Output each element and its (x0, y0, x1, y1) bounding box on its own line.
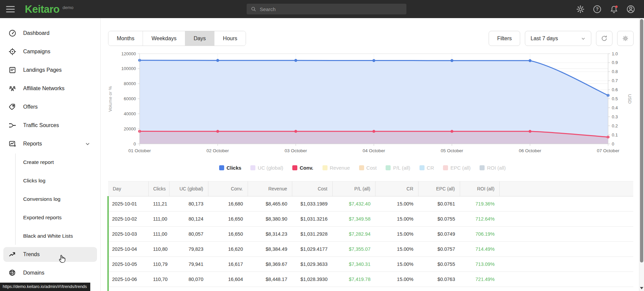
column-header-revenue[interactable]: Revenue (248, 181, 292, 196)
sidebar-item-trends[interactable]: Trends (3, 247, 97, 262)
cell-cost: $1,031.3216 (292, 212, 332, 227)
cell-conv: 16,650 (208, 212, 248, 227)
sidebar-item-conversions-log[interactable]: Conversions log (3, 192, 97, 207)
refresh-button[interactable] (596, 31, 612, 46)
tab-days[interactable]: Days (185, 31, 214, 46)
cell-epc-all: $0.0755 (418, 257, 460, 272)
cell-cost: $1,033.1989 (292, 196, 332, 212)
status-url-tooltip: https://demo.keitaro.io/admin/#!/trends/… (0, 283, 90, 291)
column-header-roi-all[interactable]: ROI (all) (460, 181, 499, 196)
column-header-cost[interactable]: Cost (292, 181, 332, 196)
tab-months[interactable]: Months (108, 31, 143, 46)
sidebar-item-clicks-log[interactable]: Clicks log (3, 173, 97, 188)
cell-filler (499, 272, 633, 287)
main-content: MonthsWeekdaysDaysHours Filters Last 7 d… (101, 18, 644, 291)
cell-clicks: 110,80 (148, 242, 169, 257)
cell-uc-global: 80,070 (169, 272, 208, 287)
refresh-icon (601, 35, 608, 42)
svg-text:0: 0 (612, 141, 614, 147)
cell-conv: 16,604 (208, 272, 248, 287)
hamburger-menu-icon[interactable] (6, 6, 21, 12)
help-icon[interactable]: ? (593, 5, 602, 14)
tab-hours[interactable]: Hours (214, 31, 246, 46)
date-range-select[interactable]: Last 7 days (525, 31, 591, 46)
filters-button[interactable]: Filters (489, 31, 520, 46)
chart-settings-button[interactable] (617, 31, 634, 46)
cell-cost: $527.0393 (292, 287, 332, 291)
cell-epc-all: $0.0746 (418, 287, 460, 291)
sidebar-item-label: Create report (23, 159, 54, 165)
sidebar-item-exported-reports[interactable]: Exported reports (3, 210, 97, 225)
legend-swatch (219, 165, 224, 170)
trends-table: DayClicksUC (global)Conv.RevenueCostP/L … (107, 181, 633, 291)
cell-clicks: 111,00 (148, 212, 169, 227)
column-header-uc-global[interactable]: UC (global) (169, 181, 208, 196)
cell-revenue: $4,808.04 (248, 287, 292, 291)
scrollbar-thumb[interactable] (640, 19, 643, 263)
cell-cr: 15.00% (375, 272, 418, 287)
legend-item-cost[interactable]: Cost (359, 165, 377, 171)
svg-text:100000: 100000 (121, 66, 136, 71)
cell-uc-global: 79,823 (169, 242, 208, 257)
column-header-conv[interactable]: Conv. (208, 181, 248, 196)
sidebar-item-affiliate-networks[interactable]: Affiliate Networks (3, 81, 97, 96)
cell-epc-all: $0.0757 (418, 242, 460, 257)
scrollbar-down-arrow-icon[interactable] (640, 287, 643, 289)
search-input[interactable] (260, 6, 402, 12)
dashboard-icon (8, 29, 16, 37)
cell-p-l-all: $4,281.01 (332, 287, 375, 291)
domains-icon (8, 269, 16, 277)
account-icon[interactable] (626, 5, 635, 14)
column-header-epc-all[interactable]: EPC (all) (418, 181, 460, 196)
svg-text:0.4: 0.4 (612, 105, 618, 110)
legend-item-clicks[interactable]: Clicks (219, 165, 241, 171)
sidebar-item-offers[interactable]: $Offers (3, 100, 97, 114)
legend-item-cr[interactable]: CR (419, 165, 434, 171)
sidebar-item-traffic-sources[interactable]: Traffic Sources (3, 118, 97, 133)
sidebar-item-campaigns[interactable]: Campaigns (3, 44, 97, 59)
legend-item-revenue[interactable]: Revenue (323, 165, 350, 171)
sidebar-item-landings-pages[interactable]: Landings Pages (3, 63, 97, 77)
cell-filler (499, 227, 633, 242)
chart-legend: ClicksUC (global)Conv.RevenueCostP/L (al… (101, 165, 624, 171)
legend-item-p-l-all[interactable]: P/L (all) (386, 165, 410, 171)
sidebar-item-create-report[interactable]: Create report (3, 155, 97, 170)
settings-icon[interactable] (576, 5, 585, 14)
sidebar-item-dashboard[interactable]: Dashboard (3, 26, 97, 41)
notifications-icon[interactable] (609, 5, 618, 14)
column-header-clicks[interactable]: Clicks (148, 181, 169, 196)
brand-logo[interactable]: Keitaro (25, 4, 59, 14)
page-scrollbar[interactable] (639, 18, 644, 291)
svg-text:05 October: 05 October (441, 148, 463, 153)
sidebar-item-black-and-white-lists[interactable]: Black and White Lists (3, 229, 97, 243)
cell-filler (499, 242, 633, 257)
cell-conv: 16,680 (208, 196, 248, 212)
legend-swatch (292, 165, 297, 170)
cell-cr: 15.00% (375, 242, 418, 257)
column-header-p-l-all[interactable]: P/L (all) (332, 181, 375, 196)
svg-text:0.8: 0.8 (612, 69, 618, 74)
cell-uc-global: 80,173 (169, 196, 208, 212)
cell-day: 2025-10-02 (108, 212, 148, 227)
cell-conv: 16,617 (208, 257, 248, 272)
svg-text:0.6: 0.6 (612, 87, 618, 92)
global-search[interactable] (247, 4, 406, 14)
sidebar-item-domains[interactable]: Domains (3, 266, 97, 280)
trends-icon (8, 250, 16, 258)
tab-weekdays[interactable]: Weekdays (143, 31, 185, 46)
sidebar-item-reports[interactable]: Reports (3, 136, 97, 151)
svg-text:0: 0 (134, 141, 136, 147)
legend-item-uc-global[interactable]: UC (global) (250, 165, 283, 171)
landings-icon (8, 66, 16, 74)
affiliate-icon (8, 84, 16, 93)
cell-revenue: $8,369.67 (248, 257, 292, 272)
column-header-cr[interactable]: CR (375, 181, 418, 196)
cell-p-l-all: $7,340.31 (332, 257, 375, 272)
legend-item-conv[interactable]: Conv. (292, 165, 313, 171)
svg-text:1.0: 1.0 (612, 51, 618, 56)
column-header-day[interactable]: Day (108, 181, 148, 196)
legend-item-epc-all[interactable]: EPC (all) (443, 165, 470, 171)
cell-clicks: 111,00 (148, 227, 169, 242)
svg-text:0.1: 0.1 (612, 132, 618, 137)
legend-item-roi-all[interactable]: ROI (all) (480, 165, 506, 171)
